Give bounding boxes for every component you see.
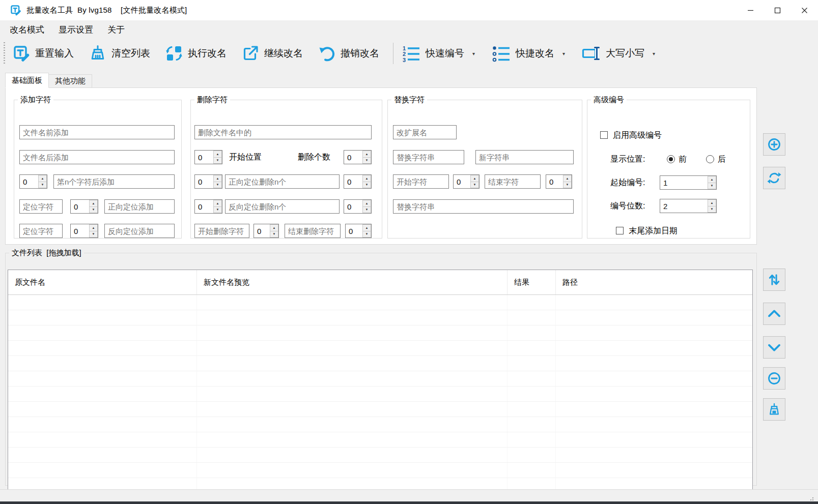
fwd-delete-pos-value[interactable] bbox=[195, 175, 213, 188]
fwd-locator-input[interactable] bbox=[19, 199, 63, 214]
spinner-down-button[interactable]: ▼ bbox=[213, 157, 222, 164]
chevron-down-icon[interactable]: ▾ bbox=[653, 51, 655, 56]
start-char-input[interactable] bbox=[393, 174, 449, 189]
append-date-checkbox[interactable] bbox=[616, 227, 624, 234]
end-char-spinner[interactable]: ▲▼ bbox=[546, 174, 572, 189]
table-row[interactable] bbox=[8, 371, 752, 387]
end-delete-char-input[interactable] bbox=[285, 224, 341, 238]
case-convert-button[interactable]: 大写小写 ▾ bbox=[579, 41, 660, 66]
spinner-up-button[interactable]: ▲ bbox=[708, 199, 716, 206]
spinner-up-button[interactable]: ▲ bbox=[89, 200, 98, 206]
spinner-up-button[interactable]: ▲ bbox=[362, 151, 371, 157]
execute-rename-button[interactable]: 执行改名 bbox=[162, 41, 230, 66]
digits-spinner[interactable]: ▲▼ bbox=[660, 199, 717, 213]
menu-rename-mode[interactable]: 改名模式 bbox=[3, 20, 51, 39]
end-char-input[interactable] bbox=[485, 174, 541, 189]
delete-contains-input[interactable] bbox=[194, 125, 372, 139]
spinner-up-button[interactable]: ▲ bbox=[38, 175, 47, 182]
column-new-name-preview[interactable]: 新文件名预览 bbox=[197, 270, 507, 294]
spinner-down-button[interactable]: ▼ bbox=[362, 182, 371, 189]
table-row[interactable] bbox=[8, 402, 752, 417]
fwd-delete-count-value[interactable] bbox=[344, 175, 362, 188]
resize-grip[interactable] bbox=[812, 497, 813, 498]
column-original-name[interactable]: 原文件名 bbox=[8, 270, 197, 294]
enable-numbering-checkbox[interactable] bbox=[600, 131, 608, 139]
rev-delete-pos-value[interactable] bbox=[195, 200, 213, 213]
chevron-down-icon[interactable]: ▾ bbox=[562, 51, 565, 56]
file-table[interactable]: 原文件名 新文件名预览 结果 路径 bbox=[8, 270, 753, 491]
spinner-up-button[interactable]: ▲ bbox=[213, 151, 222, 157]
spinner-up-button[interactable]: ▲ bbox=[362, 200, 371, 206]
fwd-offset-spinner[interactable]: ▲▼ bbox=[70, 199, 98, 214]
nth-position-value[interactable] bbox=[20, 175, 38, 188]
menu-about[interactable]: 关于 bbox=[100, 20, 132, 39]
spinner-up-button[interactable]: ▲ bbox=[213, 175, 222, 182]
table-row[interactable] bbox=[8, 448, 752, 463]
refresh-button[interactable] bbox=[763, 167, 785, 189]
quick-number-button[interactable]: 1 2 3 快速编号 ▾ bbox=[399, 41, 480, 66]
fwd-delete-input[interactable] bbox=[225, 174, 340, 189]
position-back-radio[interactable] bbox=[706, 155, 714, 163]
change-extension-input[interactable] bbox=[393, 125, 457, 139]
quick-rename-button[interactable]: 快捷改名 ▾ bbox=[489, 41, 570, 66]
spinner-down-button[interactable]: ▼ bbox=[213, 182, 222, 189]
spinner-down-button[interactable]: ▼ bbox=[89, 206, 98, 214]
replace-new-input[interactable] bbox=[475, 150, 574, 164]
table-row[interactable] bbox=[8, 356, 752, 371]
end-delete-value[interactable] bbox=[346, 224, 362, 238]
spinner-down-button[interactable]: ▼ bbox=[270, 231, 278, 238]
clear-items-button[interactable] bbox=[763, 398, 785, 421]
rev-locator-input[interactable] bbox=[19, 224, 63, 238]
spinner-up-button[interactable]: ▲ bbox=[270, 224, 278, 231]
rev-delete-count-spinner[interactable]: ▲▼ bbox=[344, 199, 372, 214]
start-number-value[interactable] bbox=[660, 176, 708, 189]
table-row[interactable] bbox=[8, 417, 752, 432]
spinner-down-button[interactable]: ▼ bbox=[38, 182, 47, 189]
spinner-up-button[interactable]: ▲ bbox=[470, 175, 479, 182]
position-front-radio[interactable] bbox=[667, 155, 675, 163]
table-row[interactable] bbox=[8, 325, 752, 341]
table-row[interactable] bbox=[8, 341, 752, 356]
suffix-add-input[interactable] bbox=[19, 150, 175, 164]
spinner-down-button[interactable]: ▼ bbox=[89, 231, 98, 238]
rev-delete-count-value[interactable] bbox=[344, 200, 362, 213]
digits-value[interactable] bbox=[660, 199, 708, 213]
undo-rename-button[interactable]: 撤销改名 bbox=[315, 41, 382, 66]
column-result[interactable]: 结果 bbox=[507, 270, 556, 294]
continue-rename-button[interactable]: 继续改名 bbox=[238, 41, 306, 66]
maximize-button[interactable] bbox=[764, 0, 791, 20]
rev-offset-spinner[interactable]: ▲▼ bbox=[70, 224, 98, 238]
nth-position-spinner[interactable]: ▲▼ bbox=[19, 174, 47, 189]
begin-delete-spinner[interactable]: ▲▼ bbox=[253, 224, 279, 238]
table-row[interactable] bbox=[8, 463, 752, 478]
tab-other-functions[interactable]: 其他功能 bbox=[49, 74, 92, 88]
clear-list-button[interactable]: 清空列表 bbox=[86, 41, 153, 66]
spinner-up-button[interactable]: ▲ bbox=[213, 200, 222, 206]
prefix-add-input[interactable] bbox=[19, 125, 175, 139]
spinner-down-button[interactable]: ▼ bbox=[213, 206, 222, 214]
spinner-up-button[interactable]: ▲ bbox=[362, 175, 371, 182]
spinner-down-button[interactable]: ▼ bbox=[470, 182, 479, 189]
rev-locate-add-input[interactable] bbox=[104, 224, 175, 238]
delete-start-spinner[interactable]: ▲▼ bbox=[194, 150, 222, 164]
start-char-value[interactable] bbox=[454, 175, 470, 188]
fwd-offset-value[interactable] bbox=[71, 200, 89, 213]
reset-input-button[interactable]: 重置输入 bbox=[9, 41, 77, 66]
spinner-down-button[interactable]: ▼ bbox=[362, 157, 371, 164]
replace-old-input[interactable] bbox=[393, 150, 464, 164]
remove-item-button[interactable] bbox=[763, 367, 785, 390]
chevron-down-icon[interactable]: ▾ bbox=[472, 51, 475, 56]
end-char-value[interactable] bbox=[546, 175, 563, 188]
spinner-down-button[interactable]: ▼ bbox=[563, 182, 572, 189]
menu-display-settings[interactable]: 显示设置 bbox=[51, 20, 100, 39]
start-number-spinner[interactable]: ▲▼ bbox=[660, 175, 717, 190]
table-row[interactable] bbox=[8, 295, 752, 310]
tab-basic-panel[interactable]: 基础面板 bbox=[5, 73, 49, 88]
spinner-up-button[interactable]: ▲ bbox=[89, 224, 98, 231]
nth-add-input[interactable] bbox=[53, 174, 175, 189]
spinner-up-button[interactable]: ▲ bbox=[708, 176, 716, 183]
spinner-down-button[interactable]: ▼ bbox=[708, 206, 716, 213]
close-button[interactable] bbox=[791, 0, 818, 20]
end-delete-spinner[interactable]: ▲▼ bbox=[345, 224, 372, 238]
fwd-delete-pos-spinner[interactable]: ▲▼ bbox=[194, 174, 222, 189]
